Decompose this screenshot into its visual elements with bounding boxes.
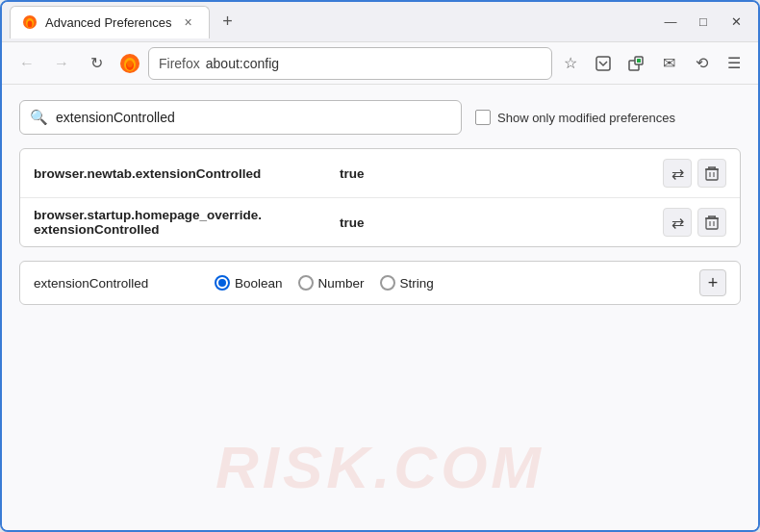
extensions-icon[interactable] [621, 49, 650, 78]
pocket-icon[interactable] [589, 49, 618, 78]
browser-tab[interactable]: Advanced Preferences × [10, 6, 210, 38]
bookmark-icon[interactable]: ☆ [556, 49, 585, 78]
trash-icon-2 [705, 215, 719, 230]
table-row: browser.startup.homepage_override. exten… [20, 198, 740, 246]
browser-brand-label: Firefox [159, 56, 200, 71]
url-display: about:config [206, 56, 279, 71]
firefox-logo-icon [119, 53, 140, 74]
sync-icon[interactable]: ⟲ [687, 49, 716, 78]
svg-rect-10 [637, 59, 641, 63]
browser-window: Advanced Preferences × + — □ ✕ ← → ↻ Fir… [0, 0, 760, 532]
main-content: RISK.COM 🔍 extensionControlled Show only… [2, 85, 758, 530]
new-tab-button[interactable]: + [214, 8, 242, 37]
search-icon: 🔍 [30, 109, 48, 126]
close-button[interactable]: ✕ [722, 8, 750, 37]
radio-circle-number [298, 275, 314, 291]
pref-value-2: true [340, 215, 655, 230]
add-new-row: extensionControlled Boolean Number Strin… [19, 261, 741, 305]
svg-rect-11 [706, 169, 718, 180]
title-bar: Advanced Preferences × + — □ ✕ [2, 2, 758, 42]
window-controls: — □ ✕ [656, 8, 750, 37]
new-pref-name: extensionControlled [34, 276, 197, 291]
search-box[interactable]: 🔍 extensionControlled [19, 100, 462, 135]
address-bar[interactable]: Firefox about:config [148, 47, 552, 80]
tab-favicon-icon [22, 14, 38, 30]
results-table: browser.newtab.extensionControlled true … [19, 148, 741, 247]
pocket-svg [595, 55, 612, 72]
nav-bar: ← → ↻ Firefox about:config ☆ [2, 42, 758, 85]
pref-name-1: browser.newtab.extensionControlled [34, 166, 332, 181]
nav-icons: ☆ ✉ ⟲ ☰ [556, 49, 748, 78]
delete-button-1[interactable] [697, 159, 726, 188]
svg-point-6 [127, 60, 133, 67]
radio-number[interactable]: Number [298, 275, 365, 291]
modified-filter-row[interactable]: Show only modified preferences [475, 110, 675, 125]
maximize-button[interactable]: □ [689, 8, 718, 37]
search-input[interactable]: extensionControlled [56, 110, 451, 125]
back-button[interactable]: ← [12, 48, 42, 79]
svg-rect-7 [596, 57, 610, 70]
radio-circle-boolean [215, 275, 230, 291]
minimize-button[interactable]: — [656, 8, 685, 37]
menu-icon[interactable]: ☰ [720, 49, 748, 78]
pref-name-2: browser.startup.homepage_override. exten… [34, 208, 332, 237]
tab-title: Advanced Preferences [45, 15, 172, 30]
swap-button-2[interactable]: ⇄ [663, 208, 692, 237]
radio-circle-string [380, 275, 395, 291]
radio-number-label: Number [318, 276, 365, 291]
row-actions-2: ⇄ [663, 208, 726, 237]
svg-point-2 [28, 21, 33, 28]
mail-icon[interactable]: ✉ [654, 49, 683, 78]
extensions-svg [627, 55, 645, 72]
row-actions-1: ⇄ [663, 159, 726, 188]
type-radio-group: Boolean Number String [215, 275, 434, 291]
add-preference-button[interactable]: + [699, 269, 726, 296]
radio-string-label: String [400, 276, 434, 291]
swap-button-1[interactable]: ⇄ [663, 159, 692, 188]
modified-checkbox[interactable] [475, 110, 491, 125]
svg-rect-18 [706, 218, 718, 229]
refresh-button[interactable]: ↻ [81, 48, 112, 79]
forward-button[interactable]: → [46, 48, 77, 79]
tab-close-button[interactable]: × [180, 13, 197, 31]
search-row: 🔍 extensionControlled Show only modified… [19, 100, 741, 135]
table-row: browser.newtab.extensionControlled true … [20, 149, 740, 198]
radio-boolean-label: Boolean [235, 276, 283, 291]
modified-filter-label: Show only modified preferences [497, 111, 675, 125]
delete-button-2[interactable] [697, 208, 726, 237]
radio-boolean[interactable]: Boolean [215, 275, 283, 291]
pref-value-1: true [340, 166, 655, 181]
radio-string[interactable]: String [380, 275, 434, 291]
trash-icon [705, 165, 719, 181]
watermark: RISK.COM [215, 433, 545, 501]
